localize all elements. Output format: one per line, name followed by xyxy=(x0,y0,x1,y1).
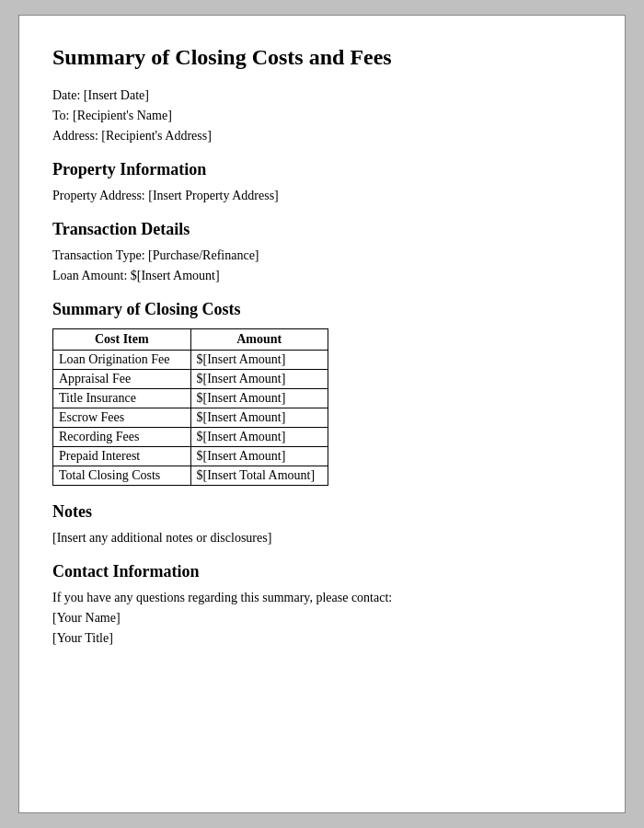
contact-title: [Your Title] xyxy=(52,631,592,646)
contact-intro: If you have any questions regarding this… xyxy=(52,591,592,605)
cost-item-cell: Appraisal Fee xyxy=(53,370,191,389)
amount-cell: $[Insert Amount] xyxy=(190,351,328,370)
cost-item-cell: Title Insurance xyxy=(53,389,191,408)
property-address: Property Address: [Insert Property Addre… xyxy=(52,189,592,203)
property-heading: Property Information xyxy=(52,160,592,179)
table-row: Title Insurance$[Insert Amount] xyxy=(53,389,328,408)
contact-heading: Contact Information xyxy=(52,562,592,581)
transaction-type: Transaction Type: [Purchase/Refinance] xyxy=(52,248,592,263)
contact-name: [Your Name] xyxy=(52,611,592,626)
amount-cell: $[Insert Amount] xyxy=(190,447,328,466)
table-row: Appraisal Fee$[Insert Amount] xyxy=(53,370,328,389)
notes-heading: Notes xyxy=(52,502,592,522)
table-row: Total Closing Costs$[Insert Total Amount… xyxy=(53,466,328,486)
amount-cell: $[Insert Amount] xyxy=(190,408,328,428)
amount-cell: $[Insert Amount] xyxy=(190,370,328,389)
table-row: Prepaid Interest$[Insert Amount] xyxy=(53,447,328,466)
cost-item-cell: Loan Origination Fee xyxy=(53,351,191,370)
main-title: Summary of Closing Costs and Fees xyxy=(52,45,592,70)
cost-item-cell: Prepaid Interest xyxy=(53,447,191,466)
address-line: Address: [Recipient's Address] xyxy=(52,129,592,144)
to-line: To: [Recipient's Name] xyxy=(52,109,592,123)
table-row: Escrow Fees$[Insert Amount] xyxy=(53,408,328,428)
amount-cell: $[Insert Amount] xyxy=(190,389,328,408)
page-container: Summary of Closing Costs and Fees Date: … xyxy=(18,15,626,813)
cost-item-cell: Recording Fees xyxy=(53,428,191,447)
table-row: Recording Fees$[Insert Amount] xyxy=(53,428,328,447)
closing-costs-table: Cost Item Amount Loan Origination Fee$[I… xyxy=(52,328,328,486)
cost-item-cell: Total Closing Costs xyxy=(53,466,191,486)
date-line: Date: [Insert Date] xyxy=(52,88,592,103)
col1-header: Cost Item xyxy=(53,329,191,351)
notes-body: [Insert any additional notes or disclosu… xyxy=(52,531,592,546)
cost-item-cell: Escrow Fees xyxy=(53,408,191,428)
amount-cell: $[Insert Total Amount] xyxy=(190,466,328,486)
table-row: Loan Origination Fee$[Insert Amount] xyxy=(53,351,328,370)
loan-amount: Loan Amount: $[Insert Amount] xyxy=(52,269,592,283)
summary-heading: Summary of Closing Costs xyxy=(52,300,592,319)
transaction-heading: Transaction Details xyxy=(52,220,592,239)
amount-cell: $[Insert Amount] xyxy=(190,428,328,447)
col2-header: Amount xyxy=(190,329,328,351)
